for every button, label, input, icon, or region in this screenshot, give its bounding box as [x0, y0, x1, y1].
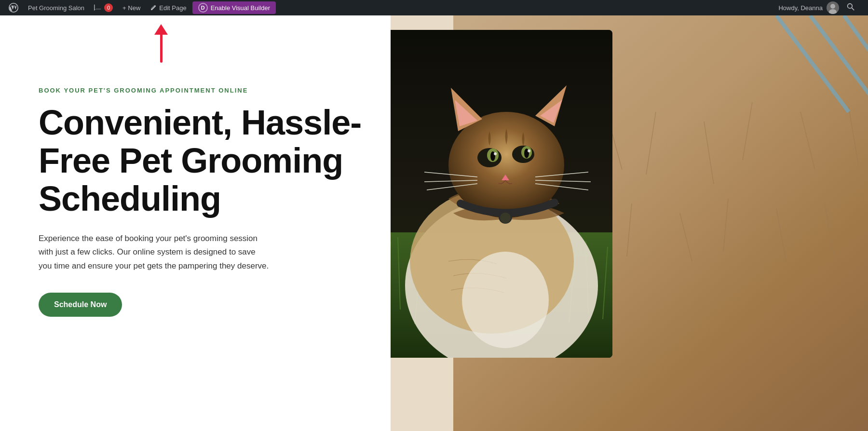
user-avatar[interactable]	[827, 1, 839, 14]
search-button[interactable]	[843, 3, 858, 13]
comments-button[interactable]: 0	[89, 0, 118, 15]
site-name-button[interactable]: Pet Grooming Salon	[23, 0, 89, 15]
svg-point-67	[462, 252, 549, 348]
description-text: Experience the ease of booking your pet'…	[39, 232, 270, 274]
wp-logo-button[interactable]	[4, 0, 23, 15]
new-label: + New	[122, 4, 140, 12]
edit-icon	[150, 4, 157, 11]
cat-image-box	[376, 30, 612, 358]
left-content-overlay[interactable]: BOOK YOUR PET'S GROOMING APPOINTMENT ONL…	[0, 15, 391, 431]
cat-image-svg	[376, 30, 612, 358]
enable-visual-builder-label: Enable Visual Builder	[211, 4, 270, 12]
avatar-image	[827, 1, 839, 14]
arrow-head-top	[154, 24, 168, 35]
subtitle-text: BOOK YOUR PET'S GROOMING APPOINTMENT ONL…	[39, 87, 362, 94]
svg-point-1	[830, 4, 835, 9]
new-button[interactable]: + New	[118, 0, 145, 15]
svg-line-4	[852, 8, 854, 10]
comments-icon	[94, 4, 102, 12]
search-icon	[847, 3, 854, 11]
divi-circle-icon: D	[198, 3, 208, 13]
left-inner-content: BOOK YOUR PET'S GROOMING APPOINTMENT ONL…	[0, 15, 391, 346]
wp-logo-icon	[9, 3, 18, 13]
arrow-shaft-body	[160, 35, 163, 63]
svg-point-66	[500, 213, 511, 223]
admin-bar-right: Howdy, Deanna	[778, 1, 864, 14]
svg-point-56	[494, 152, 497, 155]
site-name-label: Pet Grooming Salon	[28, 4, 84, 12]
schedule-now-cta[interactable]: Schedule Now	[39, 293, 122, 317]
admin-bar: Pet Grooming Salon 0 + New Edit Page D E…	[0, 0, 868, 15]
edit-page-button[interactable]: Edit Page	[145, 0, 191, 15]
enable-visual-builder-button[interactable]: D Enable Visual Builder	[192, 1, 276, 14]
edit-page-label: Edit Page	[159, 4, 186, 12]
howdy-label: Howdy, Deanna	[778, 4, 823, 12]
right-section	[376, 15, 868, 431]
divi-letter: D	[201, 5, 205, 11]
svg-point-3	[848, 4, 853, 9]
svg-point-57	[528, 149, 530, 152]
arrow-container	[154, 24, 168, 63]
comment-count: 0	[104, 3, 113, 12]
heading-text: Convenient, Hassle-Free Pet Grooming Sch…	[39, 104, 362, 218]
